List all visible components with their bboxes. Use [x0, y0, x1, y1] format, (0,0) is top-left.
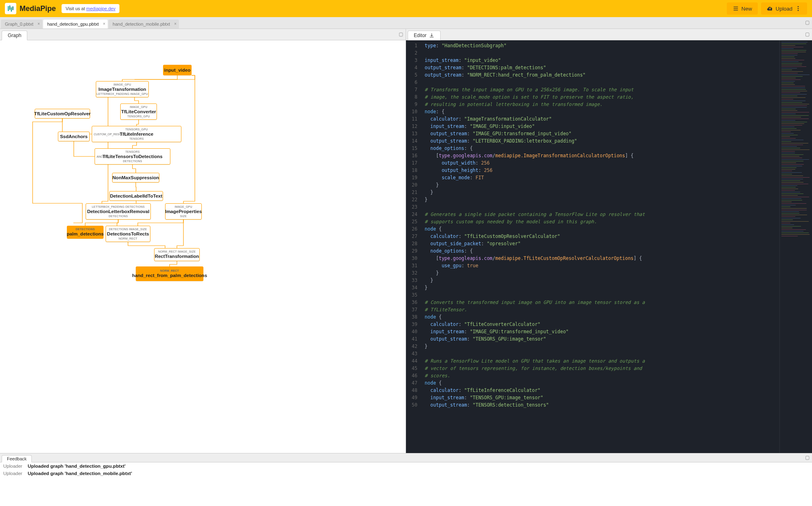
- more-vert-icon: [795, 5, 801, 12]
- node-title: DetectionsToRects: [107, 231, 149, 237]
- node-title: NonMaxSuppression: [113, 175, 159, 180]
- port-label: DETECTIONS: [75, 228, 95, 231]
- node-title: TfLiteConverter: [121, 109, 156, 114]
- graph-node-tfdet[interactable]: TENSORSTfLiteTensorsToDetectionsDETECTIO…: [95, 148, 170, 165]
- port-label: TENSORS: [125, 150, 139, 153]
- graph-node-opres[interactable]: TfLiteCustomOpResolver: [35, 109, 90, 119]
- graph-node-imgprop[interactable]: IMAGE_GPUImagePropertiesSIZE: [165, 203, 202, 220]
- svg-point-7: [798, 6, 799, 7]
- port-label: NORM_RECT IMAGE_SIZE: [158, 250, 196, 253]
- console-message: Uploaded graph 'hand_detection_gpu.pbtxt…: [28, 464, 126, 469]
- file-tab[interactable]: Graph_0.pbtxt×: [1, 20, 42, 29]
- graph-node-nms[interactable]: NonMaxSuppression: [112, 173, 159, 183]
- file-tab[interactable]: hand_detection_mobile.pbtxt×: [108, 20, 179, 29]
- port-label: IMAGE_GPU: [113, 83, 131, 86]
- port-label: TENSORS: [129, 137, 143, 140]
- node-title: TfLiteCustomOpResolver: [34, 111, 91, 117]
- minimap[interactable]: [779, 40, 812, 453]
- node-title: palm_detections: [67, 231, 104, 237]
- graph-node-anchors[interactable]: SsdAnchors: [58, 132, 90, 141]
- graph-node-handrect[interactable]: NORM_RECThand_rect_from_palm_detections: [136, 266, 203, 281]
- tab-feedback[interactable]: Feedback: [2, 455, 32, 462]
- file-tab-bar: Graph_0.pbtxt×hand_detection_gpu.pbtxt×h…: [0, 17, 812, 29]
- node-title: input_video: [164, 68, 191, 73]
- graph-node-input_video[interactable]: input_video: [163, 65, 192, 75]
- node-title: DetectionLabelIdToText: [110, 194, 163, 199]
- console-row: UploaderUploaded graph 'hand_detection_g…: [0, 462, 812, 470]
- graph-panel-tabs: Graph ▢: [0, 29, 406, 40]
- mediapipe-logo-icon: [5, 3, 16, 14]
- tab-editor[interactable]: Editor: [408, 31, 441, 40]
- cloud-upload-icon: [767, 5, 773, 12]
- brand-title: MediaPipe: [20, 4, 56, 13]
- popout-icon[interactable]: ▢: [399, 31, 403, 37]
- node-title: ImageProperties: [165, 209, 202, 214]
- app-header: MediaPipe Visit us at mediapipe.dev New …: [0, 0, 812, 17]
- port-label: IMAGE_GPU: [174, 205, 192, 208]
- port-label: NORM_RECT: [160, 269, 179, 272]
- console-panel: Feedback ▢ UploaderUploaded graph 'hand_…: [0, 453, 812, 506]
- node-title: ImageTransformation: [99, 87, 146, 92]
- port-label: DETECTIONS: [108, 215, 128, 218]
- graph-node-img_trans[interactable]: IMAGE_GPUImageTransformationLETTERBOX_PA…: [96, 81, 149, 97]
- download-icon[interactable]: [429, 33, 435, 38]
- graph-node-palm[interactable]: DETECTIONSpalm_detections: [67, 226, 104, 239]
- port-label: NORM_RECT: [119, 237, 137, 240]
- tab-graph[interactable]: Graph: [2, 31, 27, 40]
- console-row: UploaderUploaded graph 'hand_detection_m…: [0, 470, 812, 477]
- node-title: hand_rect_from_palm_detections: [132, 273, 207, 278]
- popout-icon[interactable]: ▢: [805, 20, 810, 25]
- graph-panel: Graph ▢ input_videoIMAGE_GPUImageTransfo…: [0, 29, 406, 453]
- port-label: TENSORS_GPU: [125, 128, 148, 131]
- code-editor[interactable]: 1234567891011121314151617181920212223242…: [406, 40, 812, 453]
- node-title: RectTransformation: [155, 254, 199, 259]
- graph-node-det2rect[interactable]: DETECTIONS IMAGE_SIZEDetectionsToRectsNO…: [106, 226, 150, 242]
- port-label: IMAGE_GPU: [130, 106, 147, 108]
- code-content[interactable]: type: "HandDetectionSubgraph" input_stre…: [421, 40, 779, 453]
- graph-node-recttr[interactable]: NORM_RECT IMAGE_SIZERectTransformation: [154, 248, 200, 261]
- console-message: Uploaded graph 'hand_detection_mobile.pb…: [28, 471, 132, 476]
- main-split: Graph ▢ input_videoIMAGE_GPUImageTransfo…: [0, 29, 812, 453]
- port-label: DETECTIONS IMAGE_SIZE: [109, 228, 147, 231]
- svg-rect-0: [8, 6, 9, 11]
- svg-rect-1: [9, 6, 10, 10]
- svg-rect-3: [13, 7, 13, 10]
- port-label: DETECTIONS: [123, 160, 142, 163]
- editor-panel: Editor ▢ 1234567891011121314151617181920…: [406, 29, 812, 453]
- graph-node-labtxt[interactable]: DetectionLabelIdToText: [109, 191, 163, 201]
- graph-edges: [0, 40, 406, 453]
- node-title: TfLiteTensorsToDetections: [102, 154, 162, 159]
- editor-panel-tabs: Editor ▢: [406, 29, 812, 40]
- graph-node-letterrm[interactable]: LETTERBOX_PADDING DETECTIONSDetectionLet…: [86, 203, 151, 220]
- console-tabs: Feedback ▢: [0, 453, 812, 462]
- port-label: SIZE: [180, 215, 187, 218]
- graph-canvas[interactable]: input_videoIMAGE_GPUImageTransformationL…: [0, 40, 406, 453]
- mediapipe-link[interactable]: mediapipe.dev: [86, 6, 116, 11]
- popout-icon[interactable]: ▢: [805, 31, 810, 37]
- close-icon[interactable]: ×: [174, 22, 177, 26]
- port-label: TENSORS_GPU: [127, 115, 150, 118]
- close-icon[interactable]: ×: [38, 22, 40, 26]
- new-button[interactable]: New: [727, 2, 758, 15]
- graph-node-tfconv[interactable]: IMAGE_GPUTfLiteConverterTENSORS_GPU: [120, 103, 157, 120]
- console-source: Uploader: [3, 471, 28, 476]
- console-source: Uploader: [3, 464, 28, 469]
- node-title: SsdAnchors: [60, 134, 88, 139]
- popout-icon[interactable]: ▢: [805, 455, 810, 460]
- svg-point-8: [798, 8, 799, 9]
- close-icon[interactable]: ×: [103, 22, 105, 26]
- file-tab[interactable]: hand_detection_gpu.pbtxt×: [43, 20, 108, 29]
- upload-button[interactable]: Upload: [761, 2, 807, 15]
- svg-rect-2: [11, 7, 12, 12]
- port-label: CUSTOM_OP_RESOLVER: [94, 133, 129, 136]
- port-label: LETTERBOX_PADDING DETECTIONS: [92, 205, 145, 208]
- port-label: ANCHORS: [97, 155, 111, 158]
- svg-point-9: [798, 10, 799, 11]
- line-gutter: 1234567891011121314151617181920212223242…: [406, 40, 421, 453]
- node-title: DetectionLetterboxRemoval: [87, 209, 150, 214]
- visit-link-pill[interactable]: Visit us at mediapipe.dev: [62, 4, 119, 13]
- menu-icon: [733, 5, 739, 12]
- console-body: UploaderUploaded graph 'hand_detection_g…: [0, 462, 812, 506]
- port-label: LETTERBOX_PADDING IMAGE_GPU: [97, 92, 148, 95]
- graph-node-tfinf[interactable]: TENSORS_GPUTfLiteInferenceTENSORSCUSTOM_…: [92, 126, 181, 142]
